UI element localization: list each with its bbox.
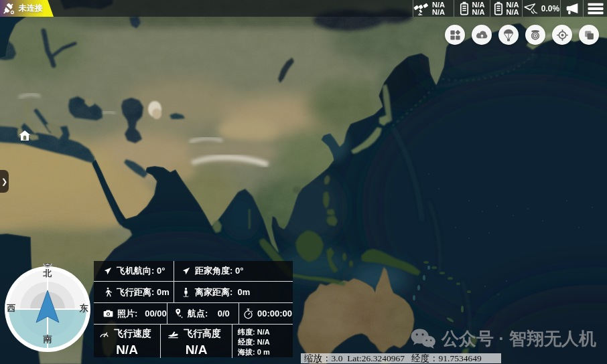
svg-text:西: 西 (7, 303, 16, 313)
svg-text:南: 南 (43, 334, 52, 344)
svg-text:北: 北 (43, 268, 52, 278)
svg-text:东: 东 (79, 303, 89, 313)
